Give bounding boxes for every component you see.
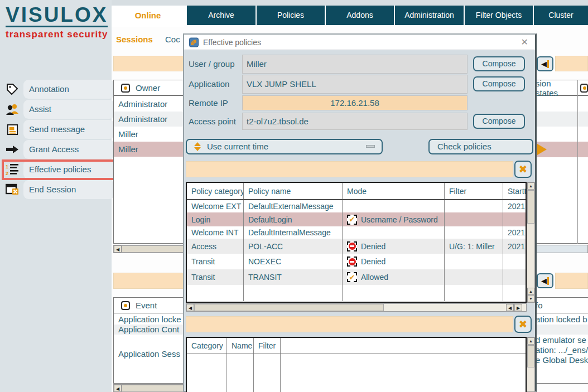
dismiss-cross-icon[interactable]: ✖ (514, 316, 532, 333)
sidebar-item-label: Send message (29, 120, 85, 139)
info-table: fo ation locked b d emulator se ation: .… (534, 297, 588, 384)
sidebar-item-label: Annotation (29, 80, 69, 99)
allowed-icon: ✔ (347, 272, 357, 282)
sidebar-item-label: End Session (29, 180, 76, 199)
app-window: VISULOX transparent security Annotation … (0, 0, 588, 392)
column-header: Filter (254, 338, 281, 354)
dismiss-cross-icon[interactable]: ✖ (514, 161, 532, 178)
policy-name-cell: DefaultLogin (244, 212, 343, 226)
detail-vscrollbar[interactable]: ▲ (527, 337, 535, 392)
time-selector-button[interactable]: Use current time (186, 139, 383, 154)
column-header: Policy name (244, 183, 343, 199)
collapse-left-button[interactable]: ◀ (537, 273, 553, 288)
info-row[interactable] (534, 325, 588, 335)
policy-category-cell: Transit (187, 269, 244, 285)
dialog-globe-icon (189, 37, 199, 50)
user-group-field[interactable]: Miller (242, 55, 467, 74)
policy-category-cell: Access (187, 239, 244, 254)
info-header: fo (534, 298, 588, 313)
tab-archive[interactable]: Archive (186, 6, 256, 25)
compose-user-button[interactable]: Compose (473, 56, 525, 71)
tab-administration[interactable]: Administration (394, 6, 464, 25)
policy-mode-label: Allowed (361, 273, 388, 282)
scroll-down-icon[interactable]: ▼ (527, 295, 534, 302)
dialog-titlebar[interactable]: Effective policies ✕ (184, 35, 535, 50)
scroll-left-icon[interactable]: ◀ (506, 304, 514, 311)
session-row[interactable] (534, 96, 588, 112)
subtab-sessions[interactable]: Sessions (116, 35, 153, 44)
compose-application-button[interactable]: Compose (473, 76, 525, 91)
access-point-field[interactable]: t2-ol7u2.tbsol.de (242, 113, 467, 130)
info-row[interactable]: ation locked b (534, 314, 588, 325)
orange-bar-icon (547, 60, 549, 68)
subtab-partial[interactable]: Coc (165, 35, 180, 44)
policy-mode-cell: Denied (343, 254, 445, 269)
column-header: Policy category (187, 183, 244, 199)
policy-mode-cell: Denied (343, 239, 445, 254)
sidebar-item-grant-access[interactable]: Grant Access (0, 140, 114, 159)
scroll-right-icon[interactable]: ▶ (514, 304, 522, 311)
check-policies-button[interactable]: Check policies (428, 139, 533, 154)
policy-mode-label: Denied (361, 242, 385, 251)
event-header-label: Event (136, 301, 157, 310)
top-strip (112, 0, 588, 6)
tab-cluster[interactable]: Cluster (533, 6, 588, 25)
sidebar-item-assist[interactable]: Assist (0, 100, 114, 119)
policy-name-cell: NOEXEC (244, 254, 343, 269)
tab-addons[interactable]: Addons (325, 6, 394, 25)
session-row[interactable] (534, 112, 588, 127)
detail-table-filler (187, 354, 526, 392)
info-row[interactable]: d emulator se (534, 335, 588, 345)
session-row[interactable] (534, 127, 588, 142)
policy-row[interactable]: Access POL-ACC Denied U/G: 1: Miller 202… (187, 239, 526, 254)
detail-table: Category Name Filter (186, 337, 527, 392)
tab-policies[interactable]: Policies (256, 6, 325, 25)
scroll-left-icon[interactable]: ◀ (114, 385, 122, 392)
scroll-thumb[interactable] (527, 345, 534, 367)
policy-name-cell: TRANSIT (244, 269, 343, 285)
policy-mode-label: Username / Password (361, 215, 438, 224)
session-hscrollbar[interactable] (534, 245, 588, 253)
column-header: Mode (343, 183, 445, 199)
close-icon[interactable]: ✕ (521, 35, 528, 50)
policy-table: Policy category Policy name Mode Filter … (186, 182, 527, 303)
policy-row[interactable]: Transit TRANSIT ✔ Allowed (187, 269, 526, 285)
policy-category-cell: Login (187, 212, 244, 226)
scroll-thumb[interactable] (527, 190, 534, 224)
sidebar-item-annotation[interactable]: Annotation (0, 80, 114, 99)
policy-hscrollbar[interactable]: ◀ ◀ ▶ (186, 303, 527, 312)
policy-row-selected[interactable]: Login DefaultLogin ✔ Username / Password (187, 212, 526, 226)
tab-online[interactable]: Online (112, 6, 184, 27)
field-label: Remote IP (189, 95, 241, 110)
record-marker-icon (121, 301, 130, 310)
application-field[interactable]: VLX JUMP SHELL (242, 75, 467, 94)
remote-ip-field[interactable]: 172.16.21.58 (242, 95, 467, 110)
info-row[interactable]: e Global Deskt (534, 355, 588, 365)
policy-row[interactable]: Transit NOEXEC Denied (187, 254, 526, 269)
arrow-right-icon (4, 142, 20, 157)
sidebar-item-send-message[interactable]: Send message (0, 120, 114, 139)
collapse-left-button[interactable]: ◀ (537, 56, 553, 71)
policy-row[interactable]: Welcome INT DefaultInternalMessage 2021 (187, 226, 526, 239)
column-header: Category (187, 338, 227, 354)
policy-mode-cell (343, 226, 445, 239)
scroll-up-icon[interactable]: ▲ (527, 337, 534, 345)
scroll-thumb[interactable] (194, 304, 384, 311)
sidebar-item-end-session[interactable]: End Session (0, 180, 114, 199)
spinner-handle-icon[interactable] (366, 145, 375, 148)
tab-filter-objects[interactable]: Filter Objects (464, 6, 533, 25)
policy-category-cell: Transit (187, 254, 244, 269)
policy-vscrollbar[interactable]: ▲ ▲ ▼ (527, 182, 535, 303)
scroll-up-icon[interactable]: ▲ (527, 182, 534, 190)
play-icon (537, 144, 547, 155)
scroll-left-icon[interactable]: ◀ (186, 304, 194, 311)
policy-filter-cell: U/G: 1: Miller (445, 239, 503, 254)
scroll-left-icon[interactable]: ◀ (114, 245, 122, 253)
compose-access-point-button[interactable]: Compose (473, 114, 525, 129)
column-header: Filter (445, 183, 503, 199)
scroll-up-icon[interactable]: ▲ (527, 288, 534, 295)
info-row[interactable]: ation: .../_ens/ (534, 345, 588, 355)
policy-mode-cell (343, 200, 445, 212)
policy-row[interactable]: Welcome EXT DefaultExternalMessage 2021 (187, 200, 526, 212)
detail-table-header: Category Name Filter (187, 338, 526, 354)
